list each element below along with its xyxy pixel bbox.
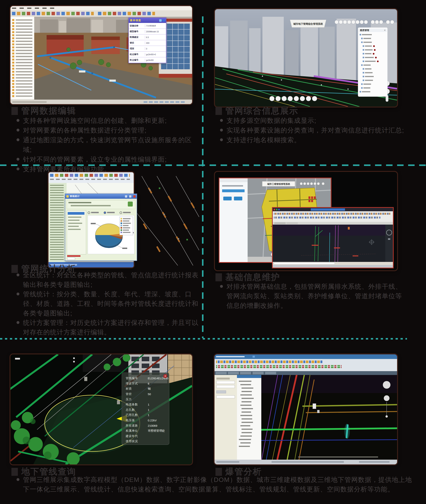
bullet-item: 全区统计：对全区各种类型的管线、管点信息进行统计报表输出和各类专题图输出; (16, 270, 199, 289)
section-title: 基础信息维护 (225, 273, 280, 281)
bullet-list-data-edit: 支持各种管网设施空间信息的创建、删除和更新; 对管网要素的各种属性数据进行分类管… (16, 116, 200, 174)
bullet-list-base-info: 对排水管网基础信息，包括管网所属排水系统、外排干线、管网流向泵站、泵站类别、养护… (220, 282, 407, 310)
cad-window (272, 207, 394, 268)
bullet-item: 通过地图渲染的方式，快速浏览管网节点设施所服务的区域; (16, 135, 200, 154)
screenshot-burst-analysis (214, 354, 397, 464)
dialog-icon (66, 195, 69, 197)
statistics-dialog: 管线统计 (65, 194, 137, 261)
tree-node-labels (16, 19, 32, 98)
dialog-close-button[interactable] (133, 195, 135, 197)
bullet-list-info-display: 支持多源空间数据的集成显示; 实现各种要素设施的分类查询，并对查询信息进行统计汇… (220, 116, 408, 145)
dialog-red-note (67, 255, 80, 257)
screenshot-underground-query: × 管线编号ELD914ELD935 埋设方式6 材质铜 管径50 压力 电缆条… (10, 354, 192, 464)
heading-square-icon (11, 107, 18, 115)
section-heading-info-display: 管网综合信息展示 (215, 106, 298, 115)
section-title: 爆管分析 (225, 467, 262, 476)
screenshot-statistics: 管线统计 (49, 172, 199, 267)
popup-minimize-button[interactable] (159, 19, 162, 22)
bullet-item: 针对不同的管网要素，设立专业的属性编辑界面; (16, 154, 200, 164)
pipeline-info-panel: × 管线编号ELD914ELD935 埋设方式6 材质铜 管径50 压力 电缆条… (122, 373, 169, 445)
bullet-item: 支持管网要素所有编辑功能。 (16, 164, 200, 174)
node-marker (313, 403, 316, 409)
chart-type-radios[interactable] (88, 211, 135, 214)
dialog-title: 管线统计 (70, 195, 80, 198)
bullet-item: 实现各种要素设施的分类查询，并对查询信息进行统计汇总; (220, 125, 408, 135)
dialog-minimize-button[interactable] (125, 195, 127, 197)
brochure-page: 基本信息 设施名称污水检修井 模型编号2009Model-15 附属建设6.5 … (0, 0, 426, 504)
layer-panel-title: 图层管理 (360, 29, 369, 32)
panel-button-1[interactable] (223, 197, 232, 200)
divider-horizontal-2 (0, 338, 407, 340)
section-heading-data-edit: 管网数据编辑 (11, 106, 76, 115)
heading-square-icon (215, 107, 222, 115)
attribute-popup: 基本信息 设施名称污水检修井 模型编号2009Model-15 附属建设6.5 … (128, 17, 166, 63)
divider-vertical (202, 16, 204, 338)
section-title: 管网数据编辑 (21, 107, 76, 115)
status-bar (10, 100, 192, 104)
toolbar (10, 10, 192, 17)
heading-square-icon (215, 273, 222, 281)
tree-node-icons (12, 19, 14, 98)
toolbar-icons-2 (98, 12, 155, 15)
burst-glow (344, 424, 350, 439)
pipe-sketch-overflow (130, 176, 199, 265)
bullet-item: 对排水管网基础信息，包括管网所属排水系统、外排干线、管网流向泵站、泵站类别、养护… (220, 282, 407, 310)
search-button[interactable] (216, 391, 226, 393)
screenshot-base-info: 城市三维管线管理系统 (215, 172, 397, 270)
section-title: 管网综合信息展示 (225, 107, 298, 115)
section-heading-underground-query: 地下管线查询 (11, 467, 76, 476)
dialog-list[interactable] (67, 210, 86, 255)
panel-button-2[interactable] (234, 197, 242, 200)
stats-tree-panel[interactable] (49, 183, 67, 262)
bottom-note: 管网三维展示集成数字高程模型（DEM）数据、数字正射影像（DOM）数据、城市三维… (16, 475, 418, 494)
heading-square-icon (11, 468, 18, 476)
popup-title-bar: 基本信息 (129, 18, 166, 23)
dialog-run-button[interactable] (128, 202, 133, 206)
burst-cad-ui[interactable] (214, 354, 397, 464)
pie-chart (88, 215, 135, 254)
bullet-list-statistics: 全区统计：对全区各种类型的管线、管点信息进行统计报表输出和各类专题图输出; 管线… (16, 270, 199, 337)
layer-tree-panel[interactable] (10, 17, 35, 100)
dialog-maximize-button[interactable] (129, 195, 131, 197)
bullet-item: 支持多源空间数据的集成显示; (220, 116, 408, 125)
map-banner-title: 城市三维管线管理系统 (267, 183, 290, 185)
section-title: 地下管线查询 (21, 467, 76, 476)
bullet-item: 管网三维展示集成数字高程模型（DEM）数据、数字正射影像（DOM）数据、城市三维… (16, 475, 418, 494)
toolbar-icons (12, 12, 94, 15)
menu-bar (10, 6, 192, 10)
screenshot-pipe-editor: 基本信息 设施名称污水检修井 模型编号2009Model-15 附属建设6.5 … (10, 6, 192, 104)
popup-close-button[interactable] (163, 19, 165, 22)
info-close-button[interactable]: × (163, 374, 167, 378)
bullet-item: 统计方案管理：对历史统计方案进行保存和管理，并且可以对存在的统计方案进行编辑。 (16, 318, 199, 337)
panel-close-icon[interactable]: × (384, 29, 385, 32)
section-heading-base-info: 基础信息维护 (215, 272, 280, 281)
3d-city-viewport[interactable] (34, 17, 192, 100)
bullet-item: 对管网要素的各种属性数据进行分类管理; (16, 125, 200, 135)
bullet-item: 支持进行地名模糊搜索。 (220, 135, 408, 145)
layer-status-dot (373, 45, 375, 47)
banner-title: 城市地下管网综合管理系统 (293, 22, 323, 25)
heading-square-icon (215, 468, 222, 476)
screenshot-info-display: 城市地下管网综合管理系统 图层管理× (215, 9, 397, 107)
layer-panel[interactable]: 图层管理× (358, 27, 388, 97)
bullet-item: 支持各种管网设施空间信息的创建、删除和更新; (16, 116, 200, 125)
popup-title: 基本信息 (130, 19, 141, 22)
dialog-title-bar: 管线统计 (65, 194, 137, 199)
section-heading-burst-analysis: 爆管分析 (215, 467, 262, 476)
menu-items (12, 7, 58, 9)
bullet-item: 管线统计：按分类、数量、长度、年代、埋深、坡度、口径、材质、道路、工程、时间等条… (16, 289, 199, 318)
